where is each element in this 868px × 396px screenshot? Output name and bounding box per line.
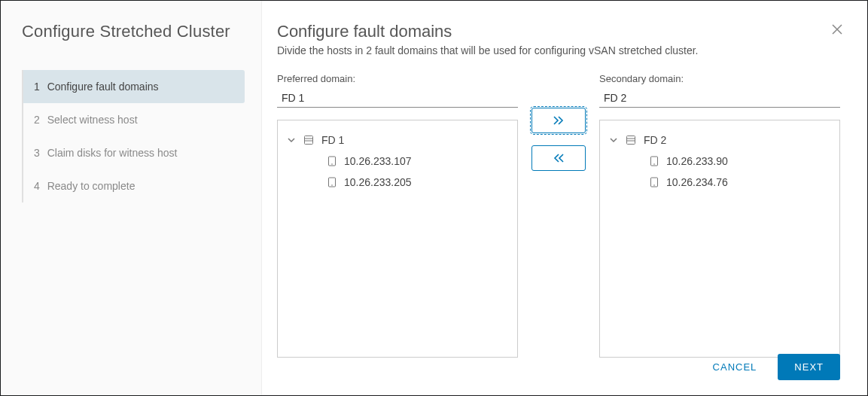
step-label: Select witness host (47, 114, 138, 126)
preferred-domain-column: Preferred domain: FD 1 (277, 73, 518, 358)
host-icon (650, 156, 659, 166)
tree-host-row[interactable]: 10.26.233.90 (606, 151, 833, 172)
double-chevron-left-icon (552, 153, 565, 163)
host-icon (327, 156, 337, 166)
tree-root-label: FD 1 (321, 134, 344, 146)
tree-root-preferred[interactable]: FD 1 (284, 129, 511, 151)
preferred-domain-label: Preferred domain: (277, 73, 518, 84)
close-icon (831, 23, 843, 35)
fault-domain-icon (626, 135, 636, 145)
fault-domain-icon (303, 135, 314, 145)
host-label: 10.26.234.76 (666, 176, 728, 188)
step-number: 2 (34, 114, 40, 126)
step-configure-fault-domains[interactable]: 1 Configure fault domains (23, 70, 245, 103)
host-label: 10.26.233.205 (344, 176, 412, 188)
secondary-domain-label: Secondary domain: (599, 73, 840, 84)
dialog-footer: CANCEL NEXT (710, 354, 840, 380)
wizard-dialog: Configure Stretched Cluster 1 Configure … (0, 0, 868, 396)
wizard-content: Configure fault domains Divide the hosts… (262, 1, 867, 395)
page-subtitle: Divide the hosts in 2 fault domains that… (277, 44, 840, 56)
step-number: 3 (34, 147, 40, 159)
secondary-domain-column: Secondary domain: FD 2 (599, 73, 840, 358)
wizard-title: Configure Stretched Cluster (22, 22, 245, 41)
svg-rect-0 (305, 136, 313, 145)
chevron-down-icon (609, 136, 618, 145)
step-label: Claim disks for witness host (47, 147, 178, 159)
transfer-buttons (531, 73, 586, 171)
host-icon (650, 177, 659, 187)
tree-root-label: FD 2 (644, 134, 666, 146)
step-select-witness-host[interactable]: 2 Select witness host (23, 103, 245, 136)
domains-layout: Preferred domain: FD 1 (277, 73, 840, 358)
step-number: 4 (34, 180, 40, 192)
double-chevron-right-icon (552, 115, 565, 126)
close-button[interactable] (831, 23, 843, 38)
step-label: Ready to complete (47, 180, 136, 192)
step-label: Configure fault domains (47, 81, 159, 93)
tree-host-row[interactable]: 10.26.233.205 (284, 172, 511, 193)
chevron-down-icon (287, 136, 296, 145)
cancel-button[interactable]: CANCEL (710, 355, 760, 379)
host-label: 10.26.233.90 (666, 155, 728, 167)
step-number: 1 (34, 81, 40, 93)
preferred-domain-input[interactable] (277, 89, 518, 108)
preferred-hosts-tree[interactable]: FD 1 10.26.233.107 10.26.233.205 (277, 120, 518, 358)
next-button[interactable]: NEXT (778, 354, 840, 380)
host-label: 10.26.233.107 (344, 155, 412, 167)
page-title: Configure fault domains (277, 22, 840, 41)
secondary-domain-input[interactable] (599, 89, 840, 108)
svg-point-4 (331, 163, 333, 165)
wizard-sidebar: Configure Stretched Cluster 1 Configure … (1, 1, 262, 395)
move-right-button[interactable] (531, 108, 586, 133)
svg-rect-7 (627, 136, 635, 145)
step-claim-disks-witness[interactable]: 3 Claim disks for witness host (23, 136, 245, 169)
host-icon (327, 177, 337, 187)
tree-root-secondary[interactable]: FD 2 (606, 129, 833, 151)
step-ready-to-complete[interactable]: 4 Ready to complete (23, 169, 245, 203)
move-left-button[interactable] (531, 145, 586, 171)
secondary-hosts-tree[interactable]: FD 2 10.26.233.90 10.26.234.76 (599, 120, 840, 358)
svg-point-11 (653, 163, 655, 165)
svg-point-13 (653, 184, 655, 186)
svg-point-6 (331, 184, 333, 186)
tree-host-row[interactable]: 10.26.234.76 (606, 172, 833, 193)
wizard-steps: 1 Configure fault domains 2 Select witne… (22, 70, 245, 203)
tree-host-row[interactable]: 10.26.233.107 (284, 151, 511, 172)
